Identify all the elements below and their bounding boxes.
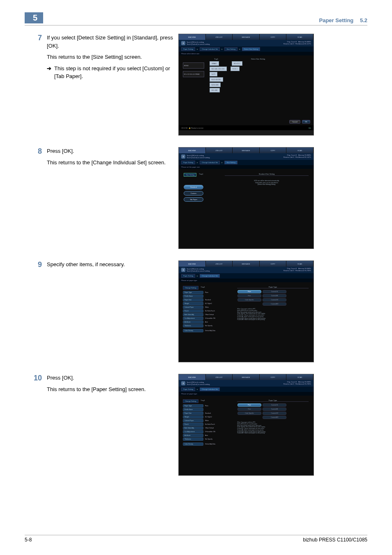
tab-scan[interactable]: SCAN (286, 34, 314, 40)
tab-joblist[interactable]: JOB LIST (206, 34, 233, 40)
type-description: •Plain: Copy paper called as PPC. Select… (237, 309, 309, 321)
tab-joblist[interactable]: JOB LIST (206, 147, 233, 153)
standard-button[interactable]: Standard (184, 185, 203, 189)
prop-paper-type[interactable]: Paper Type (183, 404, 203, 408)
tab-machine[interactable]: MACHINE (179, 147, 206, 153)
size-setting-tab: Size Setting (184, 173, 196, 177)
breadcrumb-1[interactable]: Paper Setting (181, 274, 195, 278)
size-btn[interactable]: 8.5×14□, 8.5×11□ (210, 67, 227, 71)
prop-weight[interactable]: Weight (183, 415, 203, 419)
prop-profile[interactable]: Profile Name (183, 408, 203, 411)
type-coated-ml[interactable]: Coated-ML (263, 294, 286, 297)
prop-paper-type[interactable]: Paper Type (183, 291, 203, 294)
tab-scan[interactable]: SCAN (286, 261, 314, 267)
tab-machine[interactable]: MACHINE (179, 374, 206, 380)
size-btn[interactable]: 8.5×13□ (210, 88, 220, 92)
tab-message[interactable]: MESSAGE (233, 34, 260, 40)
prop-thickness[interactable]: Thickness (183, 324, 203, 327)
type-coated-ml[interactable]: Coated-ML (263, 408, 286, 411)
tab-message[interactable]: MESSAGE (233, 374, 260, 380)
size-group-2[interactable]: 8.5×11 8.5×14 SRA3 (183, 71, 204, 77)
breadcrumb-2: Change Individual Set (200, 387, 220, 391)
tab-scan[interactable]: SCAN (286, 374, 314, 380)
tab-machine[interactable]: MACHINE (179, 34, 206, 40)
prop-colored[interactable]: Colored Paper (183, 419, 203, 422)
breadcrumb-1[interactable]: Paper Setting (181, 161, 195, 164)
size-btn[interactable]: 5×7□ (210, 72, 217, 76)
size-btn[interactable]: 9×11 □ (231, 67, 240, 71)
breadcrumb-3[interactable]: Size Setting (224, 47, 237, 51)
type-coated-gl[interactable]: Coated-GL (263, 290, 286, 293)
chapter-badge: 5 (25, 12, 43, 23)
paper-type-heading: Paper Type (237, 399, 309, 402)
tab-joblist[interactable]: JOB LIST (206, 374, 233, 380)
type-fine[interactable]: Fine (238, 294, 261, 297)
type-color-specific[interactable]: Color Specific (238, 298, 261, 302)
subbar-7: Please select detect size (179, 52, 314, 55)
size-btn[interactable]: 8.25×13□ (210, 83, 221, 87)
type-fine[interactable]: Fine (238, 408, 261, 411)
prop-thickness[interactable]: Thickness (183, 438, 203, 441)
prop-air[interactable]: Air Assist (183, 434, 203, 437)
prop-paper-size[interactable]: Paper Size (183, 412, 203, 415)
type-coated-go[interactable]: Coated-GO (263, 412, 286, 415)
info-icon: i (181, 268, 185, 272)
page-footer: 5-8 bizhub PRESS C1100/C1085 (25, 535, 367, 543)
prop-paper-size[interactable]: Paper Size (183, 298, 203, 302)
tab-scan[interactable]: SCAN (286, 147, 314, 153)
cancel-button[interactable]: Cancel (289, 120, 300, 124)
prop-punch[interactable]: Punch (183, 423, 203, 426)
type-coated-mo[interactable]: Coated-MO (263, 302, 286, 306)
custom-button[interactable]: Custom (184, 191, 203, 196)
breadcrumb-2[interactable]: Change Individual Set (200, 47, 220, 51)
tab-joblist[interactable]: JOB LIST (206, 261, 233, 267)
step-10: 10 Press [OK]. This returns to the [Pape… (25, 374, 367, 476)
size-btn[interactable]: 8.12×13.25□ (210, 77, 223, 82)
ok-button[interactable]: OK (302, 120, 310, 124)
tab-copy[interactable]: COPY (260, 261, 287, 267)
type-color-specific[interactable]: Color Specific (238, 412, 261, 415)
step-9-number: 9 (25, 260, 47, 269)
step-7-text: If you select [Detect Size Setting] in [… (47, 34, 178, 81)
tab-copy[interactable]: COPY (260, 34, 287, 40)
tab-paper-button[interactable]: Tab Paper (184, 197, 203, 202)
tab-machine[interactable]: MACHINE (179, 261, 206, 267)
step-8: 8 Press [OK]. This returns to the [Chang… (25, 147, 367, 249)
screenshot-7: MACHINE JOB LIST MESSAGE COPY SCAN i Tou… (178, 34, 314, 136)
breadcrumb-1[interactable]: Paper Setting (181, 387, 195, 391)
prop-both-sided[interactable]: Both Sided Adj. (183, 313, 203, 316)
tab-copy[interactable]: COPY (260, 147, 287, 153)
type-coated-gl[interactable]: Coated-GL (263, 403, 286, 407)
prop-air[interactable]: Air Assist (183, 320, 203, 324)
type-coated-mo[interactable]: Coated-MO (263, 416, 286, 419)
size-group-1[interactable]: A3 A4 (183, 62, 204, 69)
step-8-text: Press [OK]. This returns to the [Change … (47, 147, 178, 170)
subbar-8: Please set the paper size (179, 165, 314, 169)
breadcrumb-2[interactable]: Change Individual Set (200, 161, 220, 164)
prop-color-density[interactable]: Color Density (183, 329, 203, 332)
header-title: Paper Setting (319, 17, 354, 23)
arrow-icon: ➔ (47, 64, 54, 73)
type-coated-go[interactable]: Coated-GO (263, 298, 286, 302)
prop-curl[interactable]: Curl Adjustment (183, 317, 203, 320)
step-9-text: Specify other items, if necessary. (47, 260, 178, 272)
prop-punch[interactable]: Punch (183, 309, 203, 313)
prop-weight[interactable]: Weight (183, 302, 203, 305)
type-plain[interactable]: Plain (238, 403, 261, 407)
size-btn[interactable]: SRA4□ (210, 61, 219, 66)
prop-color-density[interactable]: Color Density (183, 442, 203, 446)
step-8-number: 8 (25, 147, 47, 156)
step-7-subtext: This step is not required if you select … (54, 64, 173, 81)
prop-curl[interactable]: Curl Adjustment (183, 430, 203, 433)
breadcrumb-1[interactable]: Paper Setting (181, 47, 195, 51)
prop-profile[interactable]: Profile Name (183, 295, 203, 298)
prop-both-sided[interactable]: Both Sided Adj. (183, 426, 203, 430)
type-plain[interactable]: Plain (238, 290, 261, 293)
tab-message[interactable]: MESSAGE (233, 147, 260, 153)
prop-colored[interactable]: Colored Paper (183, 306, 203, 309)
page-header: 5 Paper Setting 5.2 (25, 12, 367, 25)
tab-message[interactable]: MESSAGE (233, 261, 260, 267)
size-btn[interactable]: 8.5×11 □ (232, 61, 242, 66)
step-7-line1: If you select [Detect Size Setting] in [… (47, 34, 173, 50)
tab-copy[interactable]: COPY (260, 374, 287, 380)
